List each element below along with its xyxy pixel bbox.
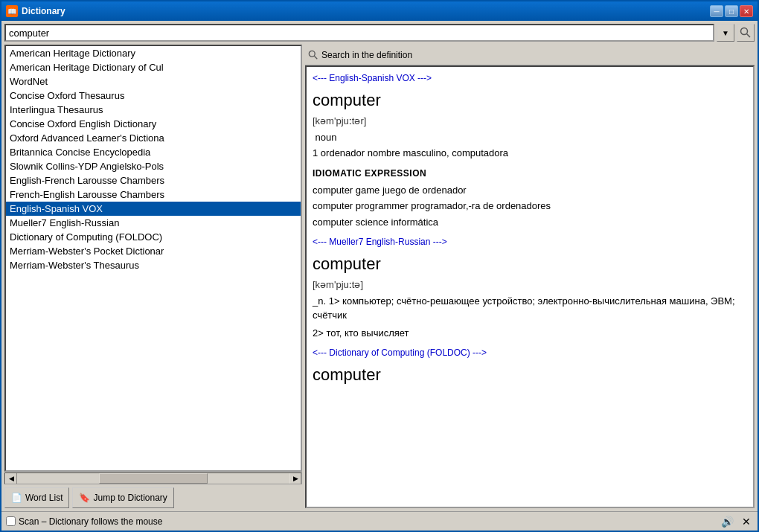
main-area: American Heritage DictionaryAmerican Her… — [1, 45, 758, 511]
scroll-left-button[interactable]: ◀ — [5, 472, 17, 484]
vox-idiom-3: computer science informática — [313, 215, 747, 230]
vox-idiom-2: computer programmer programador,-ra de o… — [313, 199, 747, 214]
dict-list-item[interactable]: Concise Oxford Thesaurus — [6, 89, 301, 103]
scroll-thumb[interactable] — [99, 473, 208, 484]
scan-checkbox[interactable] — [6, 516, 16, 526]
dict-list-item[interactable]: American Heritage Dictionary — [6, 46, 301, 60]
dict-list-item[interactable]: French-English Larousse Chambers — [6, 188, 301, 202]
app-icon: 📖 — [6, 5, 18, 17]
jump-to-dictionary-button[interactable]: 🔖 Jump to Dictionary — [72, 487, 173, 508]
scan-label[interactable]: Scan – Dictionary follows the mouse — [19, 516, 162, 527]
dict-list-item[interactable]: English-French Larousse Chambers — [6, 173, 301, 188]
scroll-track[interactable] — [17, 473, 289, 484]
vox-idiom-1: computer game juego de ordenador — [313, 183, 747, 198]
title-bar-left: 📖 Dictionary — [6, 5, 65, 17]
dict-list-item[interactable]: English-Spanish VOX — [6, 202, 301, 216]
search-in-def-icon — [308, 50, 318, 60]
bottom-buttons: 📄 Word List 🔖 Jump to Dictionary — [4, 484, 302, 508]
dict-list-item[interactable]: Concise Oxford English Dictionary — [6, 117, 301, 131]
mueller-word: computer — [313, 251, 747, 276]
foldoc-header: <--- Dictionary of Computing (FOLDOC) --… — [313, 346, 747, 359]
scan-checkbox-area[interactable]: Scan – Dictionary follows the mouse — [6, 516, 162, 527]
jump-label: Jump to Dictionary — [93, 493, 167, 503]
dict-list-item[interactable]: Mueller7 English-Russian — [6, 216, 301, 230]
definition-area[interactable]: <--- English-Spanish VOX ---> computer [… — [305, 65, 755, 508]
dict-list-item[interactable]: WordNet — [6, 74, 301, 89]
main-window: 📖 Dictionary ─ □ ✕ ▼ American Heritage D… — [0, 0, 759, 532]
search-in-definition-bar: Search in the definition — [305, 45, 755, 65]
mueller-phonetic: [kəm'pjuːtə] — [313, 278, 747, 292]
word-list-button[interactable]: 📄 Word List — [4, 487, 69, 508]
left-panel: American Heritage DictionaryAmerican Her… — [4, 45, 302, 508]
dict-list-item[interactable]: Oxford Advanced Learner's Dictiona — [6, 131, 301, 145]
mueller-line2: 2> тот, кто вычисляет — [313, 326, 747, 341]
status-bar: Scan – Dictionary follows the mouse 🔊 ✕ — [1, 511, 758, 531]
status-close-icon[interactable]: ✕ — [740, 515, 753, 528]
title-bar: 📖 Dictionary ─ □ ✕ — [1, 1, 758, 21]
maximize-button[interactable]: □ — [725, 5, 738, 17]
scroll-right-button[interactable]: ▶ — [289, 472, 301, 484]
vox-pos: noun — [313, 130, 747, 145]
vox-header: <--- English-Spanish VOX ---> — [313, 71, 747, 85]
vox-meaning: 1 ordenador nombre masculino, computador… — [313, 146, 747, 161]
horizontal-scrollbar[interactable]: ◀ ▶ — [4, 472, 302, 484]
word-list-label: Word List — [25, 493, 63, 503]
svg-line-3 — [314, 56, 317, 59]
dict-list-item[interactable]: Merriam-Webster's Pocket Dictionar — [6, 244, 301, 258]
vox-word: computer — [313, 88, 747, 112]
vox-idiomatic-title: IDIOMATIC EXPRESSION — [313, 167, 747, 180]
svg-point-2 — [309, 51, 315, 57]
title-bar-buttons: ─ □ ✕ — [710, 5, 753, 17]
search-bar: ▼ — [1, 21, 758, 45]
svg-point-0 — [741, 28, 748, 35]
dict-list-item[interactable]: Slownik Collins-YDP Angielsko-Pols — [6, 159, 301, 173]
search-button[interactable] — [737, 24, 755, 42]
vox-phonetic: [kəm'pjuːtər] — [313, 114, 747, 129]
jump-icon: 🔖 — [79, 493, 90, 503]
mueller-line1: _n. 1> компьютер; счётно-решающее устрой… — [313, 294, 747, 323]
dict-list-item[interactable]: Interlingua Thesaurus — [6, 103, 301, 117]
dict-list-item[interactable]: Britannica Concise Encyclopedia — [6, 145, 301, 159]
close-button[interactable]: ✕ — [740, 5, 753, 17]
search-input[interactable] — [4, 24, 714, 42]
dict-list-item[interactable]: American Heritage Dictionary of Cul — [6, 60, 301, 74]
dictionary-list[interactable]: American Heritage DictionaryAmerican Her… — [4, 45, 302, 472]
dict-list-item[interactable]: Merriam-Webster's Thesaurus — [6, 258, 301, 272]
mueller-header: <--- Mueller7 English-Russian ---> — [313, 235, 747, 249]
audio-icon[interactable]: 🔊 — [720, 515, 734, 528]
status-right: 🔊 ✕ — [720, 515, 753, 528]
dict-list-item[interactable]: Dictionary of Computing (FOLDOC) — [6, 230, 301, 244]
svg-line-1 — [747, 34, 751, 38]
minimize-button[interactable]: ─ — [710, 5, 723, 17]
window-title: Dictionary — [22, 6, 65, 16]
search-in-definition-label: Search in the definition — [321, 50, 412, 60]
status-left: Scan – Dictionary follows the mouse — [6, 516, 162, 527]
foldoc-word: computer — [313, 362, 747, 387]
search-dropdown-button[interactable]: ▼ — [717, 24, 734, 42]
right-panel: Search in the definition <--- English-Sp… — [305, 45, 755, 508]
word-list-icon: 📄 — [11, 493, 22, 503]
search-icon — [740, 27, 752, 39]
